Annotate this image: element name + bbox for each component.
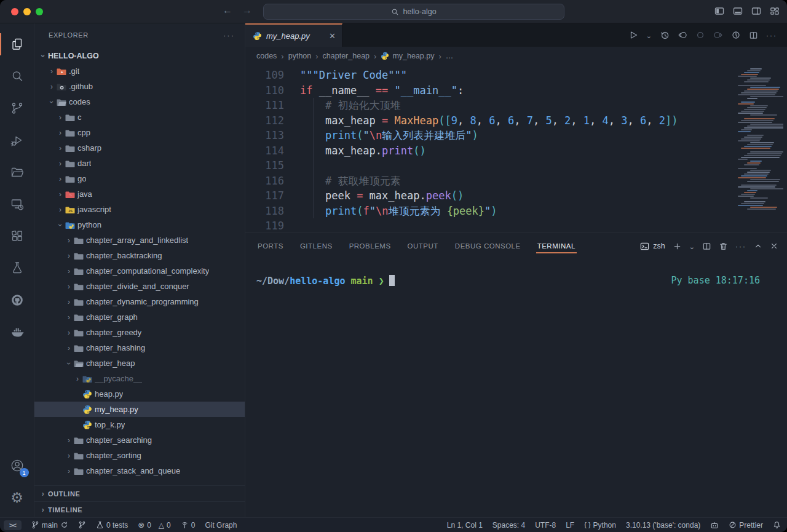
tree-item-git[interactable]: ›.git	[34, 63, 245, 79]
layout-sidebar-left-icon[interactable]	[714, 6, 724, 16]
tree-item-cpp[interactable]: ›cpp	[34, 125, 245, 140]
activity-item-docker[interactable]	[0, 316, 34, 348]
tree-item-chapter-greedy[interactable]: ›chapter_greedy	[34, 325, 245, 340]
panel-tab-terminal[interactable]: TERMINAL	[537, 234, 575, 258]
chev-down-icon[interactable]: ⌄	[689, 240, 695, 252]
tree-item-codes[interactable]: ›codes	[34, 94, 245, 109]
minimize-window-button[interactable]	[23, 8, 31, 15]
activity-item-run-and-debug[interactable]	[0, 124, 34, 156]
section-timeline[interactable]: ›TIMELINE	[34, 501, 245, 517]
tree-item-github[interactable]: ›.github	[34, 79, 245, 94]
tree-item-chapter-graph[interactable]: ›chapter_graph	[34, 309, 245, 325]
panel-tab-gitlens[interactable]: GITLENS	[300, 234, 333, 258]
terminal-shell-selector[interactable]: zsh	[640, 242, 665, 251]
breadcrumb-item-my-heap-py[interactable]: my_heap.py	[381, 52, 434, 60]
section-outline[interactable]: ›OUTLINE	[34, 485, 245, 501]
problems-status[interactable]: ⊗0△0	[138, 521, 171, 530]
more-icon[interactable]: ···	[735, 240, 746, 252]
navigate-forward-icon[interactable]: →	[242, 5, 252, 16]
panel-tab-problems[interactable]: PROBLEMS	[349, 234, 391, 258]
tree-item-chapter-stack-and-queue[interactable]: ›chapter_stack_and_queue	[34, 463, 245, 478]
activity-item-testing[interactable]	[0, 252, 34, 284]
tree-item-javascript[interactable]: ›JSjavascript	[34, 202, 245, 217]
activity-item-project-folder[interactable]	[0, 156, 34, 188]
breadcrumb-item-chapter-heap[interactable]: chapter_heap	[323, 52, 370, 60]
ports-status[interactable]: 0	[181, 521, 196, 530]
tree-item-chapter-heap[interactable]: ›chapter_heap	[34, 355, 245, 371]
tree-item-pycache[interactable]: ›__pycache__	[34, 371, 245, 386]
tests-status[interactable]: 0 tests	[96, 521, 128, 530]
tab-my-heap[interactable]: my_heap.py ✕	[245, 23, 342, 47]
tree-item-csharp[interactable]: ›csharp	[34, 140, 245, 156]
tree-item-my-heap-py[interactable]: my_heap.py	[34, 402, 245, 417]
language-mode[interactable]: { }Python	[584, 521, 616, 530]
indentation[interactable]: Spaces: 4	[492, 521, 525, 530]
tree-item-heap-py[interactable]: heap.py	[34, 386, 245, 402]
close-window-button[interactable]	[11, 8, 18, 15]
cursor-position[interactable]: Ln 1, Col 1	[447, 521, 483, 530]
tree-item-python[interactable]: ›python	[34, 217, 245, 232]
tree-item-hello-algo[interactable]: ›HELLO-ALGO	[34, 48, 245, 63]
zoom-window-button[interactable]	[36, 8, 43, 15]
terminal[interactable]: ~/Dow/hello-algo main ❯ Py base 18:17:16	[245, 259, 787, 517]
notifications-bell-icon[interactable]	[773, 521, 781, 529]
chev-up-icon[interactable]	[754, 242, 762, 250]
tree-item-chapter-array-and-linkedlist[interactable]: ›chapter_array_and_linkedlist	[34, 232, 245, 248]
git-graph-icon[interactable]	[78, 521, 86, 529]
explorer-more-actions-icon[interactable]: ···	[223, 31, 235, 40]
formatter-status[interactable]: Prettier	[729, 521, 763, 530]
layout-customize-icon[interactable]	[770, 6, 780, 16]
circle-icon[interactable]	[695, 30, 705, 40]
run-icon[interactable]	[628, 30, 638, 40]
panel-tab-output[interactable]: OUTPUT	[408, 234, 438, 258]
minimap[interactable]	[734, 66, 783, 221]
eol-sequence[interactable]: LF	[566, 521, 574, 530]
tree-item-dart[interactable]: ›dart	[34, 156, 245, 171]
panel-tab-debug-console[interactable]: DEBUG CONSOLE	[455, 234, 521, 258]
branch-status[interactable]: main	[31, 521, 68, 530]
tree-item-chapter-searching[interactable]: ›chapter_searching	[34, 432, 245, 448]
activity-item-source-control[interactable]	[0, 92, 34, 124]
tree-item-top-k-py[interactable]: top_k.py	[34, 417, 245, 432]
tab-close-icon[interactable]: ✕	[329, 31, 336, 41]
encoding[interactable]: UTF-8	[535, 521, 556, 530]
code-editor[interactable]: 109"""Driver Code"""110if __name__ == "_…	[245, 65, 787, 232]
tree-item-go[interactable]: ›go	[34, 171, 245, 186]
next-change-icon[interactable]	[713, 30, 723, 40]
tree-item-chapter-divide-and-conquer[interactable]: ›chapter_divide_and_conquer	[34, 279, 245, 294]
plus-icon[interactable]	[673, 242, 682, 251]
activity-item-accounts[interactable]: 1	[0, 450, 34, 482]
trash-icon[interactable]	[719, 242, 728, 251]
copilot-icon[interactable]	[710, 521, 719, 530]
split-editor-icon[interactable]	[702, 242, 711, 251]
tree-item-c[interactable]: ›c	[34, 109, 245, 125]
chev-down-icon[interactable]: ⌄	[646, 30, 652, 41]
breadcrumb-item-codes[interactable]: codes	[256, 52, 277, 60]
activity-item-search[interactable]	[0, 60, 34, 92]
git-graph-label[interactable]: Git Graph	[205, 521, 237, 530]
activity-item-extensions[interactable]	[0, 220, 34, 252]
panel-tab-ports[interactable]: PORTS	[258, 234, 283, 258]
split-editor-icon[interactable]	[749, 31, 758, 40]
tree-item-chapter-computational-complexity[interactable]: ›chapter_computational_complexity	[34, 263, 245, 279]
tree-item-chapter-dynamic-programming[interactable]: ›chapter_dynamic_programming	[34, 294, 245, 309]
activity-item-remote-explorer[interactable]	[0, 188, 34, 220]
close-icon[interactable]	[770, 242, 778, 250]
history-icon[interactable]	[660, 30, 670, 40]
more-icon[interactable]: ···	[766, 30, 777, 41]
prev-change-icon[interactable]	[678, 30, 687, 40]
activity-item-github[interactable]	[0, 284, 34, 316]
breadcrumb-item-[interactable]: …	[446, 52, 454, 60]
tree-item-chapter-sorting[interactable]: ›chapter_sorting	[34, 448, 245, 463]
navigate-back-icon[interactable]: ←	[223, 5, 232, 16]
python-interpreter[interactable]: 3.10.13 ('base': conda)	[626, 521, 700, 530]
graph-clock-icon[interactable]	[731, 30, 741, 40]
activity-item-explorer[interactable]	[0, 28, 34, 60]
tree-item-java[interactable]: ›java	[34, 186, 245, 202]
layout-panel-bottom-icon[interactable]	[733, 6, 743, 16]
activity-item-settings[interactable]: ⚙	[0, 482, 34, 514]
command-center-search[interactable]: hello-algo	[263, 4, 564, 20]
tree-item-chapter-hashing[interactable]: ›chapter_hashing	[34, 340, 245, 355]
tree-item-chapter-backtracking[interactable]: ›chapter_backtracking	[34, 248, 245, 263]
layout-sidebar-right-icon[interactable]	[751, 6, 761, 16]
